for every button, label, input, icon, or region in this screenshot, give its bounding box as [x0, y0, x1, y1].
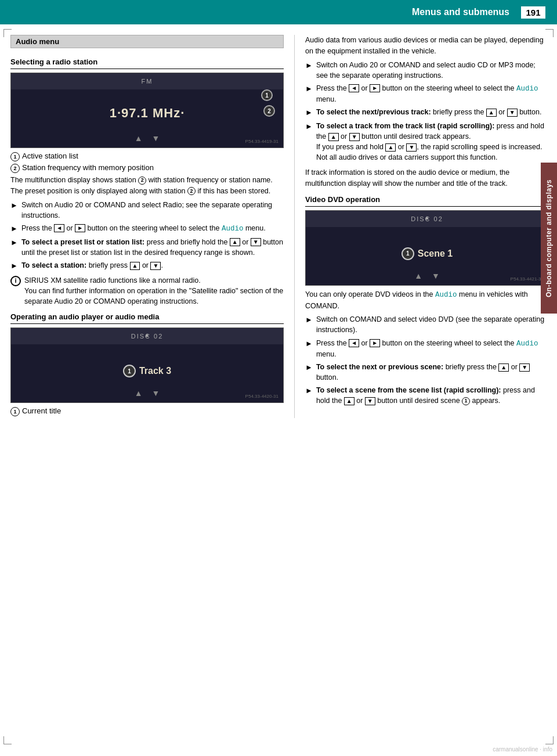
bullet-arrow-icon: ► [305, 107, 313, 118]
bullet-arrow-icon: ► [10, 261, 18, 272]
bullet-arrow-icon: ► [305, 60, 313, 71]
screen-dvd-scene-row: 1 Scene 1 [402, 247, 453, 260]
kbd-up7: ▲ [344, 397, 355, 405]
audio-label-3: Audio [516, 340, 538, 348]
info-icon: i [10, 276, 21, 286]
header-title: Menus and submenus [412, 7, 521, 17]
kbd-up3: ▲ [486, 109, 497, 117]
bullet-audio-4: ► To select a track from the track list … [305, 121, 549, 163]
arrow-up-icon: ▲ [135, 134, 143, 143]
kbd-right: ► [75, 224, 85, 232]
body-mid: If track information is stored on the au… [305, 167, 549, 189]
bullet-audio-1: ► Switch on Audio 20 or COMAND and selec… [305, 60, 549, 81]
bullet-arrow-icon: ► [305, 362, 313, 373]
kbd-up: ▲ [230, 238, 240, 246]
bullet-audio-2: ► Press the ◄ or ► button on the steerin… [305, 83, 549, 105]
arrow-down-icon3: ▼ [432, 271, 440, 280]
caption-3: 1 Current title [10, 406, 284, 416]
bullet-arrow-icon: ► [305, 84, 313, 95]
arrow-up-icon3: ▲ [414, 271, 422, 280]
kbd-dn7: ▼ [365, 397, 375, 405]
left-column: Audio menu Selecting a radio station FM … [10, 35, 295, 418]
audio-label-2: Audio [516, 85, 538, 93]
kbd-left2: ◄ [349, 84, 359, 92]
bullet-arrow-icon: ► [305, 315, 313, 326]
kbd-up6: ▲ [498, 363, 509, 372]
kbd-dn5: ▼ [406, 143, 417, 152]
screen-audio-track-row: 1 Track 3 [123, 365, 171, 377]
caption-num-2: 2 [10, 164, 20, 173]
screen-badge-2: P54.33-4420-31 [245, 394, 278, 399]
divider-3 [305, 206, 549, 207]
side-tab: On-board computer and displays [541, 163, 557, 314]
bullet-arrow-icon: ► [10, 237, 18, 249]
audio-label: Audio [222, 225, 244, 233]
header-bar: Menus and submenus 191 [0, 0, 557, 24]
screen-audio-arrow: ▲ [144, 332, 150, 338]
caption-num-3: 1 [10, 407, 20, 416]
right-body-top: Audio data from various audio devices or… [305, 35, 549, 57]
divider-2 [10, 323, 284, 324]
operating-heading: Operating an audio player or audio media [10, 312, 284, 321]
kbd-up4: ▲ [328, 133, 339, 141]
screen-arrows: ▲ ▼ [135, 134, 160, 143]
video-dvd-heading: Video DVD operation [305, 195, 549, 204]
divider-1 [10, 69, 284, 69]
corner-br [545, 736, 554, 744]
kbd-dn4: ▼ [349, 133, 360, 141]
main-content: Audio menu Selecting a radio station FM … [0, 24, 557, 424]
audio-label-dvd: Audio [435, 291, 457, 299]
arrow-down-icon2: ▼ [152, 388, 160, 398]
screen-scene: Scene 1 [418, 249, 453, 259]
kbd-dn2: ▼ [150, 262, 161, 270]
bullet-arrow-icon: ► [10, 200, 18, 211]
screen-dvd-arrow: ▲ [424, 214, 430, 221]
bullet-select-1: ► Switch on Audio 20 or COMAND and selec… [10, 200, 284, 221]
section-box-audio-menu: Audio menu [10, 35, 284, 48]
kbd-up2: ▲ [130, 262, 140, 270]
caption-1: 1 Active station list [10, 152, 284, 161]
bullet-audio-3: ► To select the next/previous track: bri… [305, 107, 549, 118]
bullet-arrow-icon: ► [305, 386, 313, 397]
bullet-dvd-4: ► To select a scene from the scene list … [305, 385, 549, 406]
info-box: i SIRIUS XM satellite radio functions li… [10, 275, 284, 307]
screen-dvd-arrows: ▲ ▼ [414, 271, 440, 280]
kbd-dn6: ▼ [519, 363, 530, 372]
arrow-down-icon: ▼ [152, 134, 160, 143]
kbd-dn3: ▼ [507, 109, 518, 117]
kbd-left: ◄ [54, 224, 64, 232]
caption-2: 2 Station frequency with memory position [10, 163, 284, 173]
header-page: 191 [521, 6, 545, 19]
body-text-1: The multifunction display shows station … [10, 175, 284, 197]
screen-badge-3: P54.33-4421-31 [511, 276, 544, 282]
kbd-right2: ► [370, 84, 380, 92]
screen-freq: 1·97.1 MHz· [110, 106, 185, 121]
bullet-select-4: ► To select a station: briefly press ▲ o… [10, 260, 284, 272]
screen-audio: DISC 02 ▲ 1 Track 3 ▲ ▼ P54.33-4420-31 [10, 327, 284, 403]
kbd-dn: ▼ [251, 238, 261, 246]
kbd-up5: ▲ [385, 143, 396, 152]
screen-radio-top: FM [11, 73, 283, 89]
screen-dvd: DISC 02 ▲ 1 Scene 1 ▲ ▼ P54.33-4421-31 [305, 210, 549, 286]
screen-track: Track 3 [139, 366, 171, 376]
bullet-dvd-1: ► Switch on COMAND and select video DVD … [305, 314, 549, 335]
bullet-arrow-icon: ► [305, 121, 313, 132]
arrow-up-icon2: ▲ [135, 388, 143, 398]
caption-num-1: 1 [10, 152, 20, 161]
screen-radio: FM 1 1·97.1 MHz· 2 ▲ ▼ P54.33-4419-31 [10, 73, 284, 148]
bullet-select-2: ► Press the ◄ or ► button on the steerin… [10, 223, 284, 235]
watermark: carmanualsonline · info [493, 746, 552, 753]
kbd-left3: ◄ [349, 339, 359, 347]
screen-badge: P54.33-4419-31 [245, 139, 278, 144]
right-column: Audio data from various audio devices or… [295, 35, 549, 418]
corner-tr [545, 29, 554, 37]
corner-bl [3, 736, 12, 744]
bullet-arrow-icon: ► [10, 224, 18, 235]
bullet-select-3: ► To select a preset list or station lis… [10, 237, 284, 258]
screen-num2-circle: 2 [263, 105, 275, 117]
bullet-dvd-3: ► To select the next or previous scene: … [305, 362, 549, 383]
corner-tl [3, 29, 12, 37]
selecting-heading: Selecting a radio station [10, 57, 284, 66]
screen-dvd-circle: 1 [402, 247, 414, 260]
screen-audio-arrows: ▲ ▼ [135, 388, 160, 398]
